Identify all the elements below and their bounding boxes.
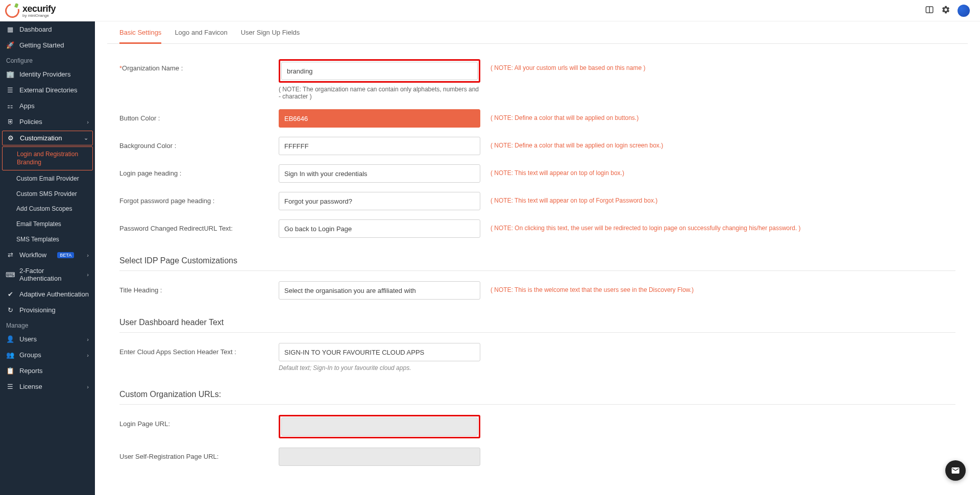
- brand-subtext: by miniOrange: [22, 13, 49, 18]
- label-self-reg-url: User Self-Registration Page URL:: [119, 448, 279, 460]
- sidebar-item-getting-started[interactable]: 🚀 Getting Started: [0, 37, 95, 53]
- chat-fab[interactable]: [945, 460, 966, 481]
- sidebar-label: Getting Started: [19, 41, 64, 49]
- workflow-icon: ⇄: [6, 251, 14, 259]
- input-self-reg-url[interactable]: [279, 448, 480, 466]
- license-icon: ☰: [6, 383, 14, 390]
- row-pwd-redirect: Password Changed RedirectURL Text: ( NOT…: [119, 219, 955, 238]
- row-self-reg-url: User Self-Registration Page URL:: [119, 448, 955, 466]
- note-title-heading: ( NOTE: This is the welcome text that th…: [491, 281, 955, 293]
- row-button-color: Button Color : EB6646 ( NOTE: Define a c…: [119, 109, 955, 128]
- chevron-right-icon: ›: [87, 336, 89, 342]
- chevron-right-icon: ›: [87, 384, 89, 390]
- highlight-login-url: [279, 415, 480, 438]
- input-org-name[interactable]: [281, 62, 478, 80]
- sidebar-item-identity-providers[interactable]: 🏢 Identity Providers: [0, 66, 95, 82]
- sidebar-item-2fa[interactable]: ⌨ 2-Factor Authentication ›: [0, 263, 95, 286]
- sidebar-item-external-directories[interactable]: ☰ External Directories: [0, 82, 95, 98]
- sidebar-item-groups[interactable]: 👥 Groups ›: [0, 347, 95, 363]
- sidebar-label: 2-Factor Authentication: [19, 267, 82, 282]
- sidebar-label: Reports: [19, 367, 43, 375]
- main-content: Basic Settings Logo and Favicon User Sig…: [95, 21, 980, 490]
- key-icon: ⌨: [6, 271, 14, 279]
- sidebar-item-adaptive-auth[interactable]: ✔ Adaptive Authentication: [0, 286, 95, 302]
- tab-basic-settings[interactable]: Basic Settings: [119, 29, 161, 44]
- input-pwd-redirect[interactable]: [279, 219, 480, 238]
- chevron-right-icon: ›: [87, 352, 89, 358]
- row-title-heading: Title Heading : ( NOTE: This is the welc…: [119, 281, 955, 300]
- label-cloud-apps: Enter Cloud Apps Section Header Text :: [119, 343, 279, 356]
- panel-icon[interactable]: [925, 5, 934, 16]
- gear-icon[interactable]: [941, 5, 950, 16]
- label-pwd-redirect: Password Changed RedirectURL Text:: [119, 219, 279, 232]
- row-cloud-apps: Enter Cloud Apps Section Header Text : D…: [119, 343, 955, 372]
- rocket-icon: 🚀: [6, 41, 14, 49]
- label-title-heading: Title Heading :: [119, 281, 279, 294]
- highlight-org-name: [279, 59, 480, 83]
- sidebar-label: Users: [19, 335, 37, 343]
- section-dashboard-header: User Dashboard header Text: [119, 309, 955, 333]
- section-manage: Manage: [0, 318, 95, 331]
- row-bg-color: Background Color : ( NOTE: Define a colo…: [119, 137, 955, 155]
- input-forgot-heading[interactable]: [279, 192, 480, 210]
- sidebar-item-reports[interactable]: 📋 Reports: [0, 363, 95, 379]
- note-button-color: ( NOTE: Define a color that will be appl…: [491, 109, 955, 121]
- subitem-login-registration-branding[interactable]: Login and Registration Branding: [2, 146, 93, 170]
- group-icon: 👥: [6, 351, 14, 359]
- top-header: xecurify by miniOrange: [0, 0, 980, 21]
- avatar[interactable]: [958, 5, 970, 17]
- sidebar-item-customization[interactable]: ⚙ Customization ⌄: [2, 131, 93, 145]
- dashboard-icon: ▦: [6, 26, 14, 33]
- subitem-email-templates[interactable]: Email Templates: [0, 217, 95, 232]
- sidebar-label: Provisioning: [19, 306, 56, 314]
- subitem-custom-sms-provider[interactable]: Custom SMS Provider: [0, 187, 95, 202]
- grid-icon: ⚏: [6, 102, 14, 110]
- subitem-custom-email-provider[interactable]: Custom Email Provider: [0, 171, 95, 187]
- note-pwd-redirect: ( NOTE: On clicking this text, the user …: [491, 219, 955, 232]
- sidebar-item-provisioning[interactable]: ↻ Provisioning: [0, 302, 95, 318]
- label-org-name: *Organization Name :: [119, 59, 279, 72]
- chevron-right-icon: ›: [87, 119, 89, 125]
- subitem-sms-templates[interactable]: SMS Templates: [0, 232, 95, 247]
- chevron-right-icon: ›: [87, 271, 89, 278]
- sidebar-item-dashboard[interactable]: ▦ Dashboard: [0, 21, 95, 37]
- input-bg-color[interactable]: [279, 137, 480, 155]
- chevron-down-icon: ⌄: [84, 135, 88, 141]
- logo[interactable]: xecurify by miniOrange: [5, 4, 56, 18]
- shield-icon: ⛨: [6, 118, 14, 126]
- input-title-heading[interactable]: [279, 281, 480, 300]
- tab-logo-favicon[interactable]: Logo and Favicon: [175, 29, 227, 43]
- sync-icon: ↻: [6, 306, 14, 314]
- sidebar: ▦ Dashboard 🚀 Getting Started Configure …: [0, 21, 95, 490]
- subitem-add-custom-scopes[interactable]: Add Custom Scopes: [0, 202, 95, 217]
- sidebar-label: Groups: [19, 351, 41, 359]
- sidebar-item-workflow[interactable]: ⇄ Workflow BETA ›: [0, 247, 95, 263]
- sidebar-item-apps[interactable]: ⚏ Apps: [0, 98, 95, 114]
- clipboard-icon: 📋: [6, 367, 14, 375]
- section-configure: Configure: [0, 53, 95, 66]
- sidebar-label: License: [19, 383, 42, 390]
- label-button-color: Button Color :: [119, 109, 279, 122]
- subnote-cloud-apps: Default text; Sign-In to your favourite …: [279, 364, 480, 372]
- list-icon: ☰: [6, 86, 14, 94]
- label-login-heading: Login page heading :: [119, 164, 279, 177]
- mail-icon: [951, 466, 960, 475]
- section-idp: Select IDP Page Customizations: [119, 247, 955, 271]
- input-login-heading[interactable]: [279, 164, 480, 183]
- tabs: Basic Settings Logo and Favicon User Sig…: [107, 21, 968, 44]
- note-org-name: ( NOTE: All your custom urls will be bas…: [491, 59, 955, 71]
- note-bg-color: ( NOTE: Define a color that will be appl…: [491, 137, 955, 149]
- section-custom-urls: Custom Organization URLs:: [119, 381, 955, 405]
- sidebar-label: Identity Providers: [19, 70, 70, 78]
- form-area: *Organization Name : ( NOTE: The organiz…: [95, 44, 980, 490]
- sidebar-label: Apps: [19, 102, 35, 110]
- input-cloud-apps[interactable]: [279, 343, 480, 361]
- sidebar-item-license[interactable]: ☰ License ›: [0, 379, 95, 394]
- tab-user-signup-fields[interactable]: User Sign Up Fields: [241, 29, 300, 43]
- input-button-color[interactable]: EB6646: [279, 109, 480, 128]
- sidebar-item-policies[interactable]: ⛨ Policies ›: [0, 114, 95, 130]
- note-login-heading: ( NOTE: This text will appear on top of …: [491, 164, 955, 177]
- input-login-url[interactable]: [281, 417, 478, 436]
- row-org-name: *Organization Name : ( NOTE: The organiz…: [119, 59, 955, 100]
- sidebar-item-users[interactable]: 👤 Users ›: [0, 331, 95, 347]
